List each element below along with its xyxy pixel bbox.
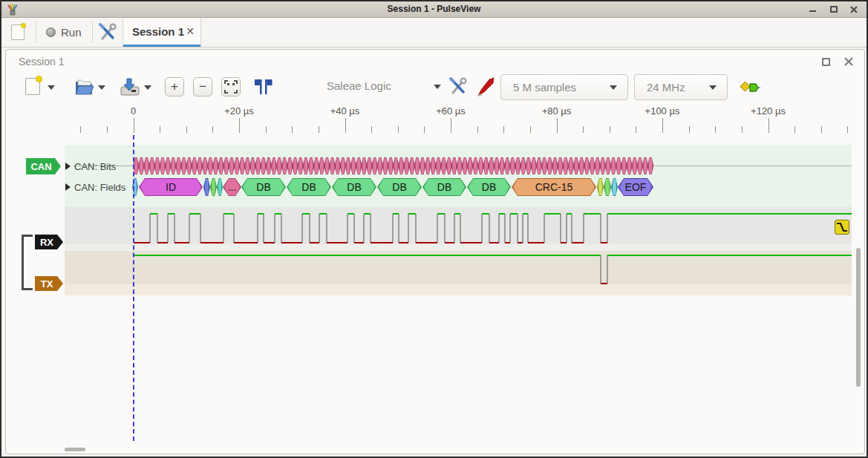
can-bit-annotation-label	[351, 158, 356, 174]
open-dropdown-arrow[interactable]	[98, 85, 105, 90]
subwindow-close-button[interactable]	[843, 56, 854, 67]
ruler-minor-tick	[821, 126, 822, 133]
can-field-annotation-db[interactable]: DB	[377, 178, 422, 196]
can-bit-annotation-label	[324, 158, 330, 174]
sample-rate-select[interactable]: 24 MHz	[634, 74, 728, 100]
can-bit-annotation-label	[601, 158, 606, 174]
decoder-row-label-bits[interactable]: CAN: Bits	[74, 161, 116, 172]
falling-edge-icon	[835, 220, 849, 234]
can-bit-annotation-label	[595, 158, 600, 174]
decoder-tag-can[interactable]: CAN	[26, 158, 61, 174]
can-bit-annotation-label	[213, 158, 218, 174]
ruler-minor-tick	[715, 126, 716, 133]
sample-count-select[interactable]: 5 M samples	[500, 74, 628, 100]
decoder-row-label-fields[interactable]: CAN: Fields	[74, 182, 125, 193]
show-cursors-button[interactable]	[254, 78, 273, 96]
zoom-in-button[interactable]: +	[165, 77, 184, 96]
ruler-major-tick	[239, 118, 240, 133]
can-bit-annotation-label	[362, 158, 367, 174]
can-bit-annotation-label	[335, 158, 340, 174]
ruler-label: +120 µs	[751, 105, 786, 117]
ruler-minor-tick	[371, 126, 372, 133]
can-field-annotation-label	[218, 179, 222, 195]
channel-group-bracket[interactable]	[22, 235, 24, 290]
ruler-label: +40 µs	[330, 105, 360, 117]
can-field-annotation-db[interactable]: DB	[241, 178, 286, 196]
can-bit-annotation-label	[632, 158, 637, 174]
add-decoder-button[interactable]	[740, 79, 762, 96]
zoom-fit-button[interactable]	[221, 77, 241, 96]
maximize-button[interactable]	[826, 1, 841, 18]
ruler-major-tick	[134, 118, 134, 133]
can-bit-annotation-label	[399, 158, 404, 174]
can-bit-annotation-label	[218, 158, 223, 174]
can-field-annotation-db-label: DB	[468, 179, 510, 195]
can-bit-annotation-label	[537, 158, 542, 174]
can-bit-annotation-label	[181, 158, 186, 174]
ruler-minor-tick	[266, 126, 267, 133]
can-field-annotation-db[interactable]: DB	[287, 178, 331, 196]
trigger-marker[interactable]	[835, 220, 849, 235]
horizontal-scrollbar[interactable]	[65, 448, 85, 451]
ruler-major-tick	[345, 118, 346, 133]
can-bit-annotation-label	[483, 158, 489, 174]
can-bit-annotation-label	[314, 158, 319, 174]
can-bit-annotation-label	[526, 158, 532, 174]
minimize-button[interactable]	[806, 1, 820, 18]
ruler-major-tick	[557, 118, 558, 133]
open-button[interactable]	[73, 76, 95, 98]
can-bit-annotation-label	[564, 158, 569, 174]
can-bit-annotation-label	[367, 158, 372, 174]
can-bit-annotation-label	[160, 158, 166, 174]
subwindow-title: Session 1	[19, 56, 64, 68]
close-button[interactable]	[847, 1, 862, 18]
can-field-annotation-eof-label: EOF	[619, 179, 653, 195]
can-field-annotation-db[interactable]: DB	[467, 178, 511, 196]
channels-probe-icon	[475, 76, 496, 97]
ruler-minor-tick	[186, 126, 187, 133]
can-field-annotation-db-label: DB	[287, 179, 330, 195]
signal-tag-tx[interactable]: TX	[35, 276, 63, 291]
can-bit-annotation-label	[627, 158, 632, 174]
device-select[interactable]: Saleae Logic	[321, 76, 447, 98]
fields-expander-icon[interactable]	[65, 183, 71, 191]
ruler-label: +60 µs	[436, 105, 466, 117]
zoom-out-button[interactable]: −	[193, 77, 212, 96]
can-bit-annotation-label	[404, 158, 409, 174]
save-dropdown-arrow[interactable]	[144, 85, 151, 90]
can-bit-annotation-label	[415, 158, 420, 174]
can-bit-annotation-label	[590, 158, 595, 174]
subwindow-restore-button[interactable]	[822, 58, 830, 66]
new-session-button[interactable]	[9, 23, 28, 42]
signal-tag-rx[interactable]: RX	[35, 235, 63, 249]
can-bit-annotation-label	[250, 158, 255, 174]
can-bit-annotation-label	[473, 158, 478, 174]
configure-device-button[interactable]	[448, 76, 469, 97]
can-field-annotation-db-label: DB	[378, 179, 421, 195]
session-new-button[interactable]	[22, 76, 45, 98]
can-bit-annotation-label	[569, 158, 574, 174]
bits-expander-icon[interactable]	[65, 163, 71, 170]
can-field-annotation-eof[interactable]: EOF	[618, 178, 653, 196]
can-field-annotation-crc15[interactable]: CRC-15	[512, 178, 596, 196]
can-field-annotation-db[interactable]: DB	[332, 178, 376, 196]
can-bit-annotation-label	[356, 158, 362, 174]
tab-session-1[interactable]: Session 1 ✕	[123, 18, 201, 47]
channels-button[interactable]	[475, 76, 496, 97]
can-bit-annotation-label	[425, 158, 431, 174]
vertical-scrollbar[interactable]	[856, 248, 861, 387]
time-cursor[interactable]	[133, 135, 134, 441]
settings-button[interactable]	[98, 22, 119, 43]
can-bit-annotation-label	[547, 158, 552, 174]
new-dropdown-arrow[interactable]	[48, 85, 55, 90]
can-bit-annotation-label	[383, 158, 388, 174]
run-button[interactable]: Run	[43, 23, 88, 42]
can-bit-annotation-label	[394, 158, 399, 174]
can-field-annotation-id-label: ID	[140, 179, 202, 195]
save-button[interactable]	[119, 76, 141, 98]
can-field-annotation-id[interactable]: ID	[139, 178, 203, 196]
tab-close-icon[interactable]: ✕	[186, 25, 195, 37]
can-field-annotation-db[interactable]: DB	[422, 178, 466, 196]
title-bar[interactable]: Session 1 - PulseView	[1, 1, 867, 18]
device-label: Saleae Logic	[327, 79, 391, 92]
